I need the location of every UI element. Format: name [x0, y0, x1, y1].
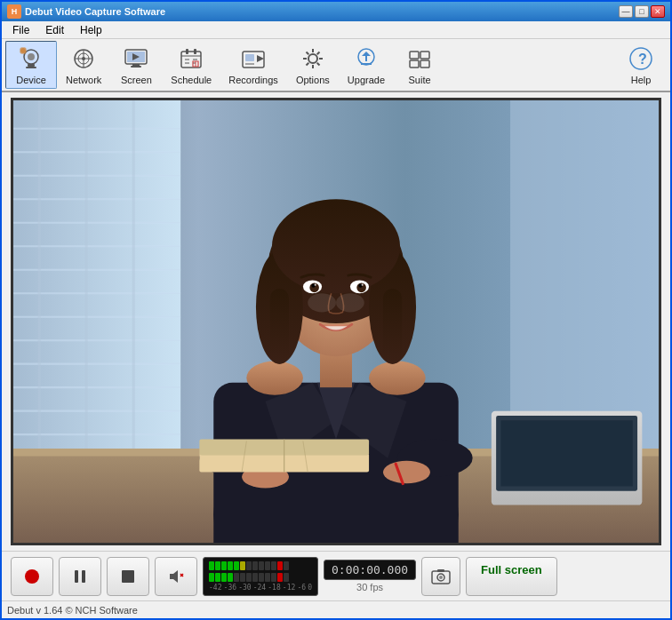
svg-point-79	[383, 461, 430, 483]
svg-line-36	[317, 63, 320, 66]
upgrade-label: Upgrade	[348, 75, 385, 85]
svg-rect-93	[383, 289, 402, 364]
svg-rect-13	[132, 64, 140, 66]
svg-rect-43	[410, 52, 419, 59]
svg-rect-106	[500, 420, 632, 486]
svg-marker-113	[170, 570, 178, 583]
window-title: Debut Video Capture Software	[25, 6, 165, 17]
time-display: 0:00:00.000	[324, 560, 416, 580]
svg-point-119	[439, 576, 443, 579]
fullscreen-button[interactable]: Full screen	[466, 557, 557, 596]
schedule-icon	[177, 44, 205, 73]
svg-rect-118	[437, 569, 444, 572]
vu-meter: -42-36-30-24-18-12-60	[203, 557, 318, 596]
suite-icon	[405, 44, 434, 73]
toolbar: Device Network	[2, 39, 670, 92]
svg-point-1	[28, 53, 35, 60]
stop-button[interactable]	[107, 557, 149, 596]
svg-point-87	[369, 362, 426, 395]
svg-marker-41	[362, 52, 371, 56]
screen-label: Screen	[121, 75, 152, 85]
pause-button[interactable]	[59, 557, 101, 596]
svg-rect-27	[245, 54, 254, 61]
recordings-label: Recordings	[228, 75, 278, 85]
svg-rect-92	[270, 289, 289, 364]
upgrade-icon	[352, 44, 380, 73]
app-icon: H	[7, 4, 21, 19]
maximize-button[interactable]: □	[635, 5, 649, 18]
suite-label: Suite	[409, 75, 431, 85]
screen-icon	[122, 44, 150, 73]
toolbar-btn-recordings[interactable]: Recordings	[220, 41, 286, 89]
network-icon	[69, 44, 98, 73]
svg-point-102	[362, 284, 364, 286]
close-button[interactable]: ✕	[651, 5, 665, 18]
svg-point-86	[246, 362, 303, 395]
time-display-area: 0:00:00.000 30 fps	[324, 560, 416, 592]
schedule-label: Schedule	[171, 75, 212, 85]
svg-rect-44	[420, 52, 429, 59]
options-icon	[299, 44, 327, 73]
menu-bar: File Edit Help	[2, 21, 670, 39]
svg-rect-45	[410, 60, 419, 68]
record-button[interactable]	[11, 557, 53, 596]
options-label: Options	[296, 75, 330, 85]
svg-point-30	[308, 54, 317, 63]
svg-line-37	[317, 52, 320, 55]
device-icon	[17, 44, 45, 73]
svg-point-94	[272, 199, 400, 293]
video-area	[11, 98, 661, 545]
recordings-icon	[239, 44, 268, 73]
fullscreen-label: Full screen	[481, 563, 542, 576]
main-window: H Debut Video Capture Software — □ ✕ Fil…	[0, 0, 672, 620]
menu-edit[interactable]: Edit	[38, 22, 71, 38]
svg-rect-110	[75, 570, 78, 583]
svg-rect-111	[82, 570, 85, 583]
svg-rect-3	[26, 67, 36, 68]
svg-text:?: ?	[638, 52, 647, 67]
svg-point-101	[315, 284, 316, 286]
svg-line-35	[306, 52, 308, 55]
help-icon: ?	[627, 44, 655, 73]
status-text: Debut v 1.64 © NCH Software	[7, 605, 138, 616]
svg-rect-46	[420, 60, 429, 68]
help-label: Help	[631, 75, 652, 85]
toolbar-btn-upgrade[interactable]: Upgrade	[340, 41, 393, 89]
svg-rect-2	[28, 64, 35, 67]
svg-rect-18	[186, 49, 188, 54]
svg-point-109	[25, 569, 39, 584]
mute-button[interactable]	[155, 557, 197, 596]
title-bar-left: H Debut Video Capture Software	[7, 4, 165, 19]
svg-rect-19	[194, 49, 196, 54]
title-bar: H Debut Video Capture Software — □ ✕	[2, 2, 670, 21]
svg-point-107	[308, 293, 336, 312]
video-content	[13, 100, 659, 543]
svg-point-4	[20, 48, 26, 53]
network-label: Network	[66, 75, 101, 85]
svg-line-38	[306, 63, 308, 66]
toolbar-btn-schedule[interactable]: Schedule	[163, 41, 220, 89]
menu-file[interactable]: File	[5, 22, 36, 38]
toolbar-btn-screen[interactable]: Screen	[110, 41, 162, 89]
menu-help[interactable]: Help	[73, 22, 109, 38]
svg-marker-28	[257, 55, 264, 62]
snapshot-button[interactable]	[421, 557, 460, 596]
toolbar-btn-options[interactable]: Options	[287, 41, 339, 89]
fps-display: 30 fps	[356, 582, 383, 592]
svg-rect-112	[122, 570, 134, 583]
toolbar-btn-device[interactable]: Device	[5, 41, 57, 89]
status-bar: Debut v 1.64 © NCH Software	[2, 600, 670, 618]
svg-point-108	[336, 293, 364, 312]
toolbar-btn-suite[interactable]: Suite	[394, 41, 445, 89]
svg-rect-14	[131, 66, 141, 68]
toolbar-btn-help[interactable]: ? Help	[615, 41, 667, 89]
minimize-button[interactable]: —	[619, 5, 633, 18]
controls-bar: -42-36-30-24-18-12-60 0:00:00.000 30 fps…	[2, 551, 670, 600]
device-label: Device	[16, 75, 46, 85]
toolbar-btn-network[interactable]: Network	[58, 41, 109, 89]
title-controls: — □ ✕	[619, 5, 665, 18]
